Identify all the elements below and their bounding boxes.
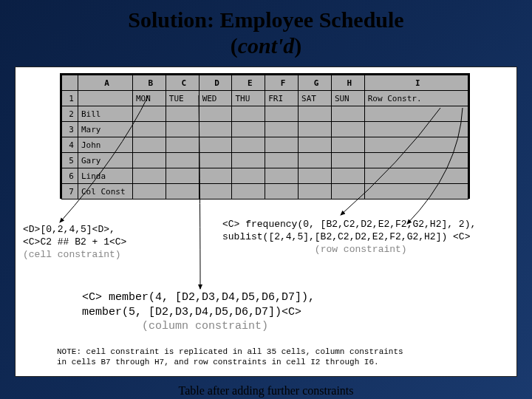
title-line-1: Solution: Employee Schedule <box>128 7 403 32</box>
col-E: E <box>232 75 265 91</box>
table-row: 7Col Const <box>62 184 468 200</box>
col-G: G <box>299 75 332 91</box>
figure-caption: Table after adding further constraints <box>0 384 532 398</box>
table-row: 3Mary <box>62 122 468 137</box>
table-row: 5Gary <box>62 153 468 168</box>
slide-title: Solution: Employee Schedule (cont'd) <box>0 0 532 58</box>
cell-constraint-text: <D>[0,2,4,5]<D>, <C>C2 ## B2 + 1<C> (cel… <box>23 224 126 262</box>
col-C: C <box>166 75 199 91</box>
table-row: 6Linda <box>62 168 468 184</box>
figure-content: A B C D E F G H I 1 MON TUE WED THU FRI … <box>15 66 517 377</box>
col-A: A <box>78 75 133 91</box>
col-F: F <box>265 75 299 91</box>
col-constraint-text: <C> member(4, [D2,D3,D4,D5,D6,D7]), memb… <box>82 290 315 334</box>
title-line-2: (cont'd) <box>231 33 302 58</box>
schedule-table-wrap: A B C D E F G H I 1 MON TUE WED THU FRI … <box>60 73 470 199</box>
col-I: I <box>364 75 468 91</box>
col-H: H <box>331 75 364 91</box>
col-D: D <box>199 75 232 91</box>
table-row: 1 MON TUE WED THU FRI SAT SUN Row Constr… <box>62 91 468 106</box>
schedule-table: A B C D E F G H I 1 MON TUE WED THU FRI … <box>61 75 468 200</box>
table-row: 2Bill <box>62 106 468 122</box>
table-row: 4John <box>62 137 468 153</box>
note-text: NOTE: cell constraint is replicated in a… <box>57 347 403 368</box>
col-B: B <box>133 75 166 91</box>
row-constraint-text: <C> frequency(0, [B2,C2,D2,E2,F2,G2,H2],… <box>222 219 476 256</box>
table-row: A B C D E F G H I <box>62 75 468 91</box>
